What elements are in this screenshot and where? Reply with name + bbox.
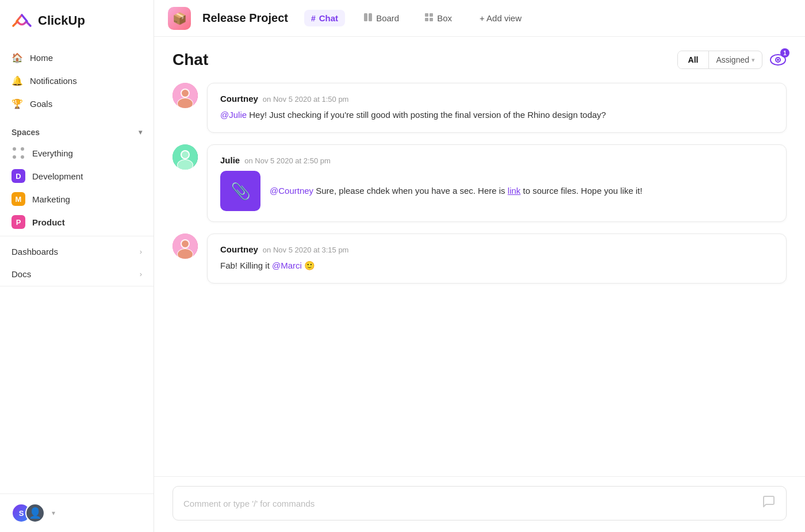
avatar-s-label: S [19, 509, 24, 518]
sidebar-item-development[interactable]: D Development [0, 164, 154, 187]
svg-rect-4 [425, 18, 428, 21]
msg-2-body-2: to source files. Hope you like it! [523, 186, 642, 196]
svg-rect-0 [364, 13, 367, 21]
mention-julie[interactable]: @Julie [220, 110, 247, 120]
watch-button[interactable]: 1 [769, 51, 787, 68]
assigned-chevron-icon: ▾ [752, 56, 755, 64]
svg-point-8 [777, 59, 779, 61]
spaces-label: Spaces [12, 128, 40, 137]
attachment-icon[interactable]: 📎 [220, 171, 260, 211]
svg-rect-3 [430, 13, 433, 17]
messages-list: Courtney on Nov 5 2020 at 1:50 pm @Julie… [154, 78, 805, 476]
app-name: ClickUp [38, 13, 85, 28]
sidebar-item-marketing[interactable]: M Marketing [0, 187, 154, 210]
comment-placeholder: Comment or type '/' for commands [183, 499, 315, 508]
board-icon [363, 13, 373, 24]
message-2-text: @Courtney Sure, please chdek when you ha… [270, 183, 642, 198]
project-title: Release Project [202, 12, 288, 25]
notifications-label: Notifications [30, 76, 77, 86]
svg-rect-2 [425, 13, 428, 17]
main-nav: 🏠 Home 🔔 Notifications 🏆 Goals [0, 41, 154, 120]
message-1: Courtney on Nov 5 2020 at 1:50 pm @Julie… [172, 83, 787, 133]
tab-box[interactable]: Box [417, 9, 459, 27]
mention-marci[interactable]: @Marci [272, 261, 302, 270]
chat-title: Chat [172, 51, 208, 69]
avatar-courtney-2 [172, 234, 198, 259]
add-view-button[interactable]: + Add view [473, 10, 528, 26]
message-1-time: on Nov 5 2020 at 1:50 pm [263, 95, 349, 104]
home-icon: 🏠 [12, 52, 23, 63]
product-badge: P [12, 215, 25, 229]
message-3-header: Courtney on Nov 5 2020 at 3:15 pm [220, 244, 773, 254]
bell-icon: 🔔 [12, 75, 23, 86]
everything-grid-icon [12, 146, 25, 160]
comment-input-wrap[interactable]: Comment or type '/' for commands [172, 486, 787, 520]
message-1-header: Courtney on Nov 5 2020 at 1:50 pm [220, 94, 773, 104]
watch-badge: 1 [780, 48, 789, 58]
avatar-julie-1 [172, 144, 198, 170]
everything-label: Everything [32, 148, 73, 158]
filter-assigned-dropdown[interactable]: Assigned ▾ [709, 51, 762, 68]
sidebar-item-notifications[interactable]: 🔔 Notifications [0, 69, 154, 92]
sidebar-item-dashboards[interactable]: Dashboards › [0, 239, 154, 261]
tab-chat[interactable]: # Chat [304, 10, 345, 26]
dashboards-label: Dashboards [12, 247, 58, 257]
board-tab-label: Board [376, 13, 399, 23]
msg-2-body-1: Sure, please chdek when you have a sec. … [316, 186, 508, 196]
message-1-content: Courtney on Nov 5 2020 at 1:50 pm @Julie… [207, 83, 787, 133]
add-view-label: + Add view [480, 13, 522, 23]
msg-1-body: Hey! Just checking if you're still good … [249, 110, 606, 120]
sidebar-footer: S 👤 ▾ [0, 493, 154, 532]
chat-header-controls: All Assigned ▾ 1 [677, 51, 787, 69]
goals-label: Goals [30, 99, 52, 109]
msg-3-emoji: 🙂 [304, 261, 315, 270]
svg-point-22 [182, 240, 189, 247]
comment-area: Comment or type '/' for commands [154, 476, 805, 532]
clickup-logo-icon [12, 10, 32, 31]
sidebar-item-home[interactable]: 🏠 Home [0, 46, 154, 69]
user-avatars[interactable]: S 👤 [12, 503, 45, 523]
assigned-label: Assigned [716, 55, 749, 64]
mention-courtney[interactable]: @Courtney [270, 186, 313, 196]
avatar-user-2: 👤 [25, 503, 45, 523]
chat-header: Chat All Assigned ▾ [154, 37, 805, 78]
chat-hash-icon: # [311, 14, 316, 23]
svg-point-12 [182, 90, 189, 97]
svg-rect-1 [369, 13, 372, 21]
sidebar: ClickUp 🏠 Home 🔔 Notifications 🏆 Goals S… [0, 0, 154, 532]
spaces-chevron-icon: ▾ [139, 128, 142, 136]
msg-3-body-1: Fab! Killing it [220, 261, 272, 270]
docs-label: Docs [12, 269, 31, 279]
avatar-2-emoji: 👤 [29, 507, 41, 519]
dashboards-chevron-icon: › [140, 247, 142, 256]
sidebar-divider-1 [0, 236, 154, 236]
trophy-icon: 🏆 [12, 98, 23, 109]
message-3: Courtney on Nov 5 2020 at 3:15 pm Fab! K… [172, 234, 787, 284]
message-2-header: Julie on Nov 5 2020 at 2:50 pm [220, 155, 773, 165]
sidebar-item-product[interactable]: P Product [0, 210, 154, 234]
source-files-link[interactable]: link [508, 186, 521, 196]
marketing-badge: M [12, 192, 25, 206]
message-2-author: Julie [220, 155, 240, 165]
message-3-author: Courtney [220, 244, 258, 254]
sidebar-divider-2 [0, 286, 154, 286]
spaces-section-header[interactable]: Spaces ▾ [0, 120, 154, 141]
message-1-author: Courtney [220, 94, 258, 104]
message-2-content: Julie on Nov 5 2020 at 2:50 pm 📎 @Courtn… [207, 144, 787, 222]
home-label: Home [30, 53, 53, 63]
tab-board[interactable]: Board [356, 9, 406, 27]
main-content: 📦 Release Project # Chat Board Box + Add… [154, 0, 805, 532]
chat-tab-label: Chat [319, 13, 338, 23]
svg-rect-5 [430, 18, 433, 21]
message-3-text: Fab! Killing it @Marci 🙂 [220, 259, 773, 273]
filter-all-button[interactable]: All [678, 51, 710, 68]
development-badge: D [12, 169, 25, 183]
sidebar-item-docs[interactable]: Docs › [0, 261, 154, 284]
chat-area: Chat All Assigned ▾ [154, 37, 805, 532]
sidebar-item-goals[interactable]: 🏆 Goals [0, 92, 154, 115]
sidebar-item-everything[interactable]: Everything [0, 141, 154, 164]
logo[interactable]: ClickUp [0, 0, 154, 41]
footer-chevron-icon[interactable]: ▾ [52, 509, 55, 517]
message-2-attachment-row: 📎 @Courtney Sure, please chdek when you … [220, 171, 773, 211]
development-label: Development [32, 171, 83, 181]
